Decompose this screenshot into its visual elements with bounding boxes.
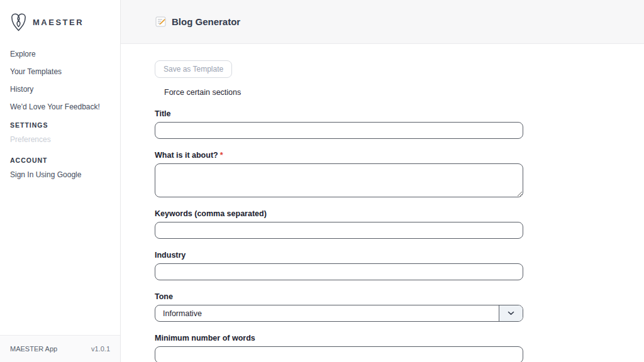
- tone-select[interactable]: Informative: [155, 305, 523, 322]
- keywords-input[interactable]: [155, 222, 523, 239]
- field-group-about: What is it about?*: [155, 151, 523, 197]
- sidebar-item-feedback[interactable]: We'd Love Your Feedback!: [10, 103, 110, 111]
- force-sections-label: Force certain sections: [164, 88, 644, 97]
- sidebar-item-explore[interactable]: Explore: [10, 50, 110, 58]
- sidebar-nav: Explore Your Templates History We'd Love…: [0, 50, 120, 178]
- sidebar-item-sign-in-google[interactable]: Sign In Using Google: [10, 171, 110, 178]
- tone-label: Tone: [155, 293, 523, 301]
- footer-version: v1.0.1: [91, 345, 110, 353]
- app-logo: MAESTER: [0, 0, 120, 33]
- sidebar-heading-account: ACCOUNT: [10, 157, 110, 164]
- footer-app-label: MAESTER App: [10, 345, 57, 353]
- page-header: Blog Generator: [121, 0, 644, 44]
- field-group-min-words: Minimum number of words: [155, 334, 523, 362]
- title-input[interactable]: [155, 122, 523, 139]
- industry-label: Industry: [155, 251, 523, 260]
- tone-dropdown-button[interactable]: [499, 305, 523, 321]
- chevron-down-icon: [508, 311, 514, 315]
- industry-input[interactable]: [155, 263, 523, 280]
- sidebar: MAESTER Explore Your Templates History W…: [0, 0, 121, 362]
- sidebar-item-preferences[interactable]: Preferences: [10, 136, 110, 143]
- maester-knot-icon: [10, 13, 27, 32]
- min-words-label: Minimum number of words: [155, 334, 523, 343]
- tone-selected-value: Informative: [155, 305, 499, 321]
- form-content: Save as Template Force certain sections …: [121, 44, 644, 362]
- sidebar-item-history[interactable]: History: [10, 85, 110, 93]
- keywords-label: Keywords (comma separated): [155, 210, 523, 218]
- title-label: Title: [155, 110, 523, 118]
- field-group-title: Title: [155, 110, 523, 139]
- main-area: Blog Generator Save as Template Force ce…: [121, 0, 644, 362]
- sidebar-footer: MAESTER App v1.0.1: [0, 335, 120, 362]
- sidebar-heading-settings: SETTINGS: [10, 122, 110, 129]
- save-as-template-button[interactable]: Save as Template: [155, 60, 232, 78]
- sidebar-item-your-templates[interactable]: Your Templates: [10, 68, 110, 75]
- required-asterisk: *: [220, 151, 223, 160]
- field-group-industry: Industry: [155, 251, 523, 280]
- about-textarea[interactable]: [155, 163, 523, 197]
- field-group-keywords: Keywords (comma separated): [155, 210, 523, 239]
- min-words-input[interactable]: [155, 346, 523, 362]
- app-name: MAESTER: [33, 18, 84, 27]
- about-label-text: What is it about?: [155, 151, 218, 160]
- about-label: What is it about?*: [155, 151, 523, 160]
- page-title: Blog Generator: [172, 16, 240, 27]
- memo-icon: [155, 16, 166, 27]
- field-group-tone: Tone Informative: [155, 293, 523, 322]
